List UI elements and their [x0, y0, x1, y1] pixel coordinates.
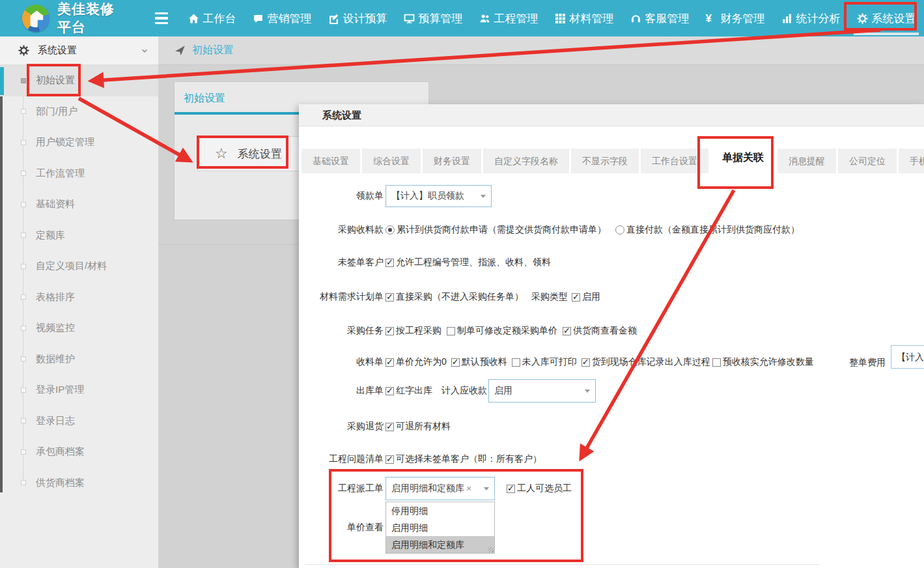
tab-initial-settings[interactable]: 初始设置: [184, 92, 225, 106]
sidebar-item-video-monitor[interactable]: 视频监控: [0, 313, 158, 344]
nav-item-budget[interactable]: 预算管理: [395, 0, 471, 36]
radio-icon: [615, 225, 624, 234]
form-row-work-dispatch: 工程派工单 启用明细和定额库 × 工人可选员工: [299, 477, 924, 500]
checkbox-return-all-materials[interactable]: 可退所有材料: [385, 421, 451, 433]
app-logo-icon: [22, 5, 49, 32]
whole-order-fee-label: 整单费用: [849, 357, 886, 369]
sidebar-item-login-ip[interactable]: 登录IP管理: [0, 375, 158, 406]
tab-general-settings[interactable]: 综合设置: [362, 149, 421, 173]
tab-basic-settings[interactable]: 基础设置: [301, 149, 360, 173]
checkbox-price-zero-allowed[interactable]: 单价允许为0: [385, 356, 447, 368]
tab-message-reminder[interactable]: 消息提醒: [777, 149, 836, 173]
checkbox-site-warehouse-record[interactable]: 货到现场仓库记录出入库过程: [581, 356, 710, 368]
bullet-icon: [21, 449, 26, 455]
checkbox-icon: [385, 423, 394, 431]
resize-handle-icon[interactable]: [488, 547, 494, 552]
sidebar-item-data-maintenance[interactable]: 数据维护: [0, 344, 158, 375]
bullet-icon: [21, 356, 26, 362]
checkbox-direct-purchase[interactable]: 直接采购（不进入采购任务单）: [385, 291, 524, 303]
checkbox-icon: [451, 358, 460, 367]
nav-item-system-settings[interactable]: 系统设置: [848, 0, 924, 36]
chat-icon: [253, 13, 264, 24]
work-dispatch-select[interactable]: 启用明细和定额库 ×: [385, 477, 495, 500]
bullet-icon: [21, 233, 26, 238]
nav-item-marketing[interactable]: 营销管理: [244, 0, 320, 36]
form-row-outbound-slip: 出库单 红字出库 计入应收款 启用: [299, 379, 924, 403]
bullet-icon: [21, 109, 26, 114]
users-icon: [479, 13, 490, 24]
form-row-material-demand-plan: 材料需求计划单 直接采购（不进入采购任务单） 采购类型 启用: [299, 291, 924, 304]
tab-document-association[interactable]: 单据关联: [710, 142, 776, 173]
breadcrumb: 初始设置: [158, 36, 924, 65]
checkbox-icon: [385, 387, 394, 395]
payment-slip-select[interactable]: 【计入】职员领款: [385, 185, 492, 207]
bullet-icon: [21, 418, 26, 423]
dropdown-option-disable-detail[interactable]: 停用明细: [386, 502, 494, 519]
checkbox-modify-quota-price[interactable]: 制单可修改定额采购单价: [447, 325, 557, 337]
checkbox-allow-project-number[interactable]: 允许工程编号管理、指派、收料、领料: [385, 257, 551, 268]
work-dispatch-dropdown: 停用明细 启用明细 启用明细和定额库: [385, 502, 495, 554]
form-row-receiving-slip: 收料单 单价允许为0 默认预收料 未入库可打印 货到现场仓库记录出入库过程 预收…: [299, 356, 924, 369]
nav-item-project[interactable]: 工程管理: [471, 0, 546, 36]
sidebar-item-table-sort[interactable]: 表格排序: [0, 282, 158, 313]
tab-company-location[interactable]: 公司定位: [838, 149, 897, 173]
dropdown-option-enable-detail[interactable]: 启用明细: [386, 519, 494, 536]
sidebar-item-workflow[interactable]: 工作流管理: [0, 158, 158, 190]
sidebar-item-basic-data[interactable]: 基础资料: [0, 189, 158, 220]
tab-workbench-settings[interactable]: 工作台设置: [641, 149, 708, 173]
sidebar-item-initial-settings[interactable]: 初始设置: [0, 65, 158, 96]
sidebar-item-login-log[interactable]: 登录日志: [0, 406, 158, 437]
hamburger-menu-icon[interactable]: [155, 12, 168, 25]
tab-finance-settings[interactable]: 财务设置: [423, 149, 481, 173]
dialog-title: 系统设置: [322, 109, 361, 121]
radio-icon: [385, 225, 395, 234]
sidebar-title: 系统设置: [38, 44, 77, 57]
tab-hidden-fields[interactable]: 不显示字段: [571, 149, 639, 173]
form-row-project-issue-list: 工程问题清单 可选择未签单客户（即：所有客户）: [299, 453, 924, 466]
nav-item-statistics[interactable]: 统计分析: [773, 0, 848, 36]
system-settings-dialog: 系统设置 基础设置 综合设置 财务设置 自定义字段名称 不显示字段 工作台设置 …: [299, 104, 924, 568]
radio-direct-payment[interactable]: 直接付款（金额直接累计到供货商应付款）: [615, 224, 800, 236]
sidebar-item-departments-users[interactable]: 部门/用户: [0, 96, 158, 128]
nav-item-customer-service[interactable]: 客服管理: [622, 0, 697, 36]
grid-icon: [555, 13, 566, 24]
checkbox-purchase-by-project[interactable]: 按工程采购: [385, 325, 441, 337]
whole-order-fee-select[interactable]: 【计入: [891, 345, 924, 369]
sidebar-item-supplier-files[interactable]: 供货商档案: [0, 468, 158, 499]
radio-accumulate-to-supplier[interactable]: 累计到供货商付款申请（需提交供货商付款申请单）: [385, 224, 606, 236]
nav-item-material[interactable]: 材料管理: [546, 0, 622, 36]
tab-mobile[interactable]: 手机端: [899, 149, 924, 173]
clear-icon[interactable]: ×: [466, 483, 471, 494]
breadcrumb-item[interactable]: 初始设置: [192, 44, 234, 57]
monitor-icon: [404, 13, 415, 24]
form-row-purchase-return: 采购退货 可退所有材料: [299, 420, 924, 433]
checkbox-default-pre-receive[interactable]: 默认预收料: [451, 356, 507, 368]
sidebar-item-contractor-files[interactable]: 承包商档案: [0, 436, 158, 468]
dropdown-option-enable-detail-quota[interactable]: 启用明细和定额库: [386, 536, 494, 553]
checkbox-icon: [563, 327, 571, 335]
checkbox-verify-modify-quantity[interactable]: 预收核实允许修改数量: [712, 356, 814, 368]
receivable-enable-select[interactable]: 启用: [488, 379, 596, 403]
checkbox-print-before-storage[interactable]: 未入库可打印: [512, 356, 577, 368]
nav-item-finance[interactable]: ¥ 财务管理: [697, 0, 773, 36]
sidebar-item-user-lock[interactable]: 用户锁定管理: [0, 127, 158, 158]
sidebar-item-quota-library[interactable]: 定额库: [0, 220, 158, 251]
bullet-icon: [21, 326, 26, 331]
page: 美佳装修平台 工作台 营销管理 设计预算 预算管理 工程管理: [0, 0, 924, 568]
sidebar-header[interactable]: 系统设置: [0, 36, 158, 65]
nav-item-design-budget[interactable]: 设计预算: [320, 0, 395, 36]
bullet-icon: [21, 388, 26, 393]
checkbox-icon: [512, 358, 520, 367]
checkbox-icon: [385, 259, 394, 267]
top-header: 美佳装修平台 工作台 营销管理 设计预算 预算管理 工程管理: [0, 0, 924, 36]
checkbox-red-outbound[interactable]: 红字出库: [385, 385, 432, 397]
checkbox-select-unsigned-customer[interactable]: 可选择未签单客户（即：所有客户）: [385, 453, 542, 465]
sidebar-item-custom-project-material[interactable]: 自定义项目/材料: [0, 251, 158, 282]
tab-custom-field-names[interactable]: 自定义字段名称: [483, 149, 569, 173]
checkbox-worker-select-employee[interactable]: 工人可选员工: [507, 483, 572, 494]
checkbox-purchase-type-enable[interactable]: 启用: [572, 291, 600, 303]
bullet-icon: [21, 264, 26, 269]
checkbox-icon: [447, 327, 455, 335]
checkbox-supplier-view-amount[interactable]: 供货商查看金额: [563, 325, 637, 337]
nav-item-workbench[interactable]: 工作台: [180, 0, 244, 36]
